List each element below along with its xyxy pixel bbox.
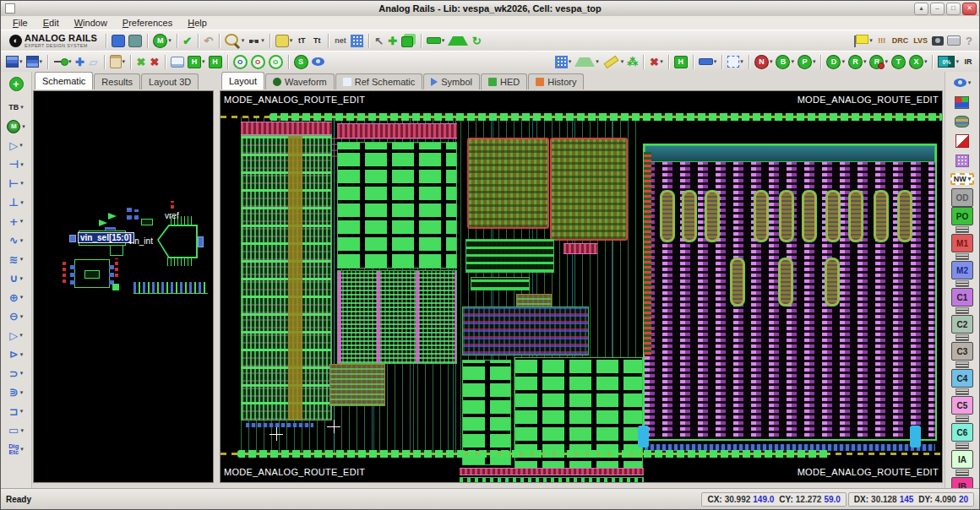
chevron-down-icon[interactable]: ▾ (68, 58, 72, 65)
text-bigger-button[interactable]: Tt (309, 33, 324, 48)
print-button[interactable] (945, 35, 962, 46)
layout-canvas[interactable]: MODE_ANALOG_ROUTE_EDIT MODE_ANALOG_ROUTE… (220, 90, 943, 483)
layer-chip-od[interactable]: OD (951, 188, 973, 207)
tab-schematic[interactable]: Schematic (35, 72, 93, 90)
visibility-button[interactable]: ▾ (954, 74, 972, 91)
flag-button[interactable]: ▾ (851, 34, 874, 48)
part-pmos-button[interactable]: ⊣▾ (2, 155, 30, 175)
ruler-button[interactable]: ▾ (601, 57, 626, 66)
overlay-o-red-button[interactable]: O (249, 54, 267, 70)
descend-button[interactable]: ▾ (4, 55, 24, 68)
wire-button[interactable]: ▾ (52, 54, 74, 69)
chevron-down-icon[interactable]: ▾ (20, 256, 24, 263)
tree-button[interactable]: ⁂ (625, 54, 640, 69)
copy-button[interactable] (400, 33, 417, 48)
layer-pattern-c5[interactable] (956, 388, 969, 395)
part-nmos-button[interactable]: ⊥▾ (2, 193, 30, 213)
run-module-button[interactable]: M▾ (151, 33, 173, 49)
hier-view-button[interactable]: H (207, 55, 224, 69)
menu-preferences[interactable]: Preferences (116, 17, 179, 29)
part-inverter-button[interactable]: ⊳▾ (2, 345, 30, 365)
ir-label[interactable]: IR (961, 54, 976, 69)
chevron-down-icon[interactable]: ▾ (841, 58, 845, 65)
chevron-down-icon[interactable]: ▾ (22, 123, 25, 130)
t-circle-button[interactable]: T (890, 54, 907, 70)
ascend-button[interactable]: ▾ (24, 55, 45, 68)
part-diode2-button[interactable]: ⊖▾ (2, 307, 30, 327)
r-circle-button[interactable]: R▾ (847, 54, 868, 70)
context-help-button[interactable]: ? (962, 33, 976, 48)
flip-button[interactable] (446, 35, 470, 46)
chevron-down-icon[interactable]: ▾ (740, 58, 743, 65)
menu-help[interactable]: Help (181, 17, 214, 29)
hier-h-button[interactable]: H (672, 55, 689, 69)
layer-chip-m2[interactable]: M2 (951, 261, 973, 279)
chevron-down-icon[interactable]: ▾ (122, 58, 126, 65)
hier-edit-button[interactable]: H▾ (186, 55, 207, 69)
image-view-button[interactable] (127, 34, 144, 48)
layer-pattern-ia[interactable] (956, 442, 969, 449)
tab-layout-3d[interactable]: Layout 3D (141, 73, 199, 90)
dig-etc-button[interactable]: Dig Etc▾ (2, 440, 30, 459)
fabric-button[interactable] (956, 152, 969, 169)
chevron-down-icon[interactable]: ▾ (660, 58, 663, 65)
layer-chip-c1[interactable]: C1 (951, 288, 973, 307)
chevron-down-icon[interactable]: ▾ (20, 408, 24, 415)
array-button[interactable]: ▾ (553, 55, 574, 69)
chevron-down-icon[interactable]: ▾ (596, 58, 599, 65)
part-nor-button[interactable]: ⋑▾ (2, 383, 30, 403)
chevron-down-icon[interactable]: ▾ (621, 58, 624, 65)
chevron-down-icon[interactable]: ▾ (442, 37, 445, 44)
chevron-down-icon[interactable]: ▾ (714, 58, 717, 65)
chevron-down-icon[interactable]: ▾ (19, 142, 23, 149)
layer-chip-c4[interactable]: C4 (951, 369, 973, 388)
layer-pattern-ib[interactable] (956, 469, 969, 476)
layer-pattern-c1[interactable] (956, 280, 969, 287)
tab-history[interactable]: History (528, 73, 584, 90)
part-or-button[interactable]: ⊐▾ (2, 402, 30, 421)
add-component-button[interactable]: + (9, 77, 24, 91)
chevron-down-icon[interactable]: ▾ (20, 427, 24, 434)
camera-button[interactable] (930, 35, 945, 46)
b-circle-button[interactable]: B▾ (774, 54, 796, 70)
layer-stack-button[interactable] (955, 113, 969, 130)
part-buffer-button[interactable]: ▷▾ (2, 326, 30, 345)
part-pmos2-button[interactable]: ⊢▾ (2, 174, 30, 193)
layer-chip-po[interactable]: PO (951, 207, 973, 225)
delete-button[interactable]: ✖ (148, 54, 161, 69)
chevron-down-icon[interactable]: ▾ (290, 37, 293, 44)
part-gate-button[interactable]: ▷▾ (2, 136, 30, 155)
chevron-down-icon[interactable]: ▾ (19, 332, 23, 339)
chevron-down-icon[interactable]: ▾ (20, 218, 24, 225)
tb-cell-button[interactable]: TB▾ (2, 98, 30, 117)
errors-button[interactable]: !!! (874, 33, 890, 48)
chevron-down-icon[interactable]: ▾ (19, 58, 23, 65)
erase-button[interactable]: ▱ (87, 54, 101, 69)
tab-waveform[interactable]: Waveform (265, 73, 335, 90)
zoom-button[interactable]: ▾ (223, 33, 247, 48)
chevron-down-icon[interactable]: ▾ (202, 58, 205, 65)
layer-chip-m1[interactable]: M1 (951, 234, 973, 252)
part-resistor-button[interactable]: ∿▾ (2, 231, 30, 251)
tab-results[interactable]: Results (94, 73, 140, 90)
chevron-down-icon[interactable]: ▾ (20, 313, 24, 320)
check-button[interactable]: ✔ (181, 33, 194, 48)
chevron-down-icon[interactable]: ▾ (20, 370, 24, 377)
chevron-down-icon[interactable]: ▾ (242, 37, 245, 44)
ir-drop-button[interactable]: 0%▾ (936, 55, 961, 68)
chevron-down-icon[interactable]: ▾ (869, 37, 873, 44)
layer-chip-ib[interactable]: IB (951, 477, 973, 489)
search-button[interactable]: ▾ (246, 35, 266, 46)
layer-chip-c2[interactable]: C2 (951, 315, 973, 334)
tab-symbol[interactable]: Symbol (423, 73, 480, 90)
chevron-down-icon[interactable]: ▾ (20, 180, 24, 187)
layer-pattern-c4[interactable] (956, 361, 969, 368)
grid-button[interactable] (349, 34, 365, 48)
maximize-button[interactable]: □ (946, 3, 961, 15)
x-circle-button[interactable]: X▾ (907, 54, 929, 70)
chevron-down-icon[interactable]: ▾ (168, 37, 172, 44)
tab-hed[interactable]: HED (481, 73, 527, 90)
drc-button[interactable]: DRC (890, 33, 912, 48)
lsw-button[interactable] (955, 94, 969, 111)
chevron-down-icon[interactable]: ▾ (813, 58, 816, 65)
